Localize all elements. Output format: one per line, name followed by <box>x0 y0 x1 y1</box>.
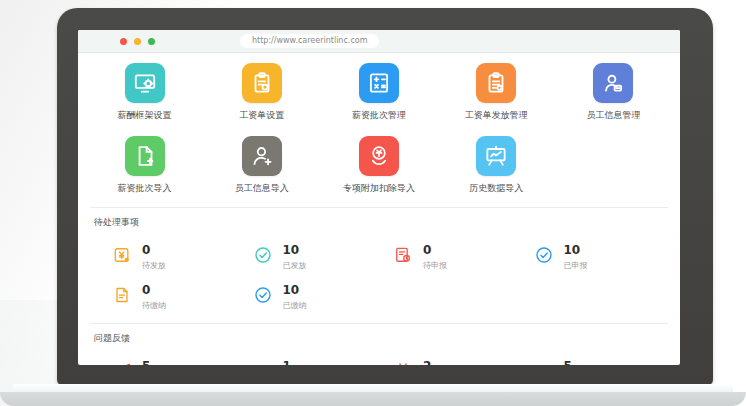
clipboard-list-icon <box>476 63 516 103</box>
close-dot-icon[interactable] <box>120 38 127 45</box>
stat-count: 5 <box>564 360 596 365</box>
check-circle-icon <box>534 245 554 265</box>
stat-paid[interactable]: 10 已缴纳 <box>253 284 394 311</box>
calendar-x-icon <box>393 361 413 365</box>
stat-declared[interactable]: 10 已申报 <box>534 244 675 271</box>
app-tile-salary-framework[interactable]: 薪酬框架设置 <box>86 59 203 122</box>
stat-tax-info-needed[interactable]: 1 个税申报待补充信息 <box>253 360 394 365</box>
stat-count: 10 <box>564 244 588 257</box>
app-tile-label: 薪资批次导入 <box>118 182 172 195</box>
people-icon <box>253 361 273 365</box>
document-icon <box>112 285 132 305</box>
person-card-icon <box>593 63 633 103</box>
stat-payment-failed[interactable]: 5 缴纳失败 <box>534 360 675 365</box>
section-divider <box>90 323 668 324</box>
stat-count: 2 <box>423 360 455 365</box>
tax-hand-icon <box>359 136 399 176</box>
app-tile-label: 薪酬框架设置 <box>118 109 172 122</box>
feedback-stats: 5 薪资发放待补充信息 1 个税申报待补充信息 <box>84 347 674 365</box>
stat-awaiting-payment[interactable]: 0 待缴纳 <box>112 284 253 311</box>
monitor-gear-icon <box>125 63 165 103</box>
browser-window: http://www.careerintlinc.com 薪酬框架设置 <box>78 30 680 365</box>
stat-payout-info-needed[interactable]: 5 薪资发放待补充信息 <box>112 360 253 365</box>
stat-label: 已发放 <box>283 260 307 271</box>
app-tile-employee-import[interactable]: 员工信息导入 <box>203 132 320 195</box>
stat-declaration-failed[interactable]: 2 申报失败 <box>393 360 534 365</box>
document-plus-icon <box>125 136 165 176</box>
minimize-dot-icon[interactable] <box>134 38 141 45</box>
app-tile-payslip-distribution[interactable]: 工资单发放管理 <box>438 59 555 122</box>
yuan-receipt-icon <box>112 245 132 265</box>
app-tile-label: 工资单设置 <box>239 109 284 122</box>
maximize-dot-icon[interactable] <box>148 38 155 45</box>
laptop-base <box>0 392 746 406</box>
app-tile-label: 员工信息导入 <box>235 182 289 195</box>
app-tile-label: 历史数据导入 <box>469 182 523 195</box>
person-plus-icon <box>242 136 282 176</box>
stat-count: 0 <box>142 284 166 297</box>
calculator-icon <box>359 63 399 103</box>
stat-label: 待发放 <box>142 260 166 271</box>
dashboard-content: 薪酬框架设置 工资单设置 <box>78 53 680 365</box>
check-circle-icon <box>253 285 273 305</box>
app-tile-label: 员工信息管理 <box>586 109 640 122</box>
app-tile-tax-deduction-import[interactable]: 专项附加扣除导入 <box>320 132 437 195</box>
stat-count: 10 <box>283 244 307 257</box>
feedback-section-title: 问题反馈 <box>94 332 674 345</box>
app-tile-label: 专项附加扣除导入 <box>343 182 415 195</box>
stat-label: 待缴纳 <box>142 300 166 311</box>
pending-section-title: 待处理事项 <box>94 216 674 229</box>
stat-count: 0 <box>423 244 447 257</box>
paper-plane-icon <box>112 361 132 365</box>
clipboard-gear-icon <box>242 63 282 103</box>
stat-paid-out[interactable]: 10 已发放 <box>253 244 394 271</box>
document-clock-icon <box>393 245 413 265</box>
chart-board-icon <box>476 136 516 176</box>
app-grid: 薪酬框架设置 工资单设置 <box>86 59 672 195</box>
address-bar[interactable]: http://www.careerintlinc.com <box>240 34 379 48</box>
stat-label: 待申报 <box>423 260 447 271</box>
app-tile-batch-import[interactable]: 薪资批次导入 <box>86 132 203 195</box>
check-circle-icon <box>253 245 273 265</box>
stat-label: 已缴纳 <box>283 300 307 311</box>
app-tile-label: 工资单发放管理 <box>465 109 528 122</box>
laptop-frame: http://www.careerintlinc.com 薪酬框架设置 <box>57 8 713 385</box>
stat-count: 0 <box>142 244 166 257</box>
app-tile-employee-info[interactable]: 员工信息管理 <box>555 59 672 122</box>
app-tile-batch-management[interactable]: 薪资批次管理 <box>320 59 437 122</box>
app-tile-history-import[interactable]: 历史数据导入 <box>438 132 555 195</box>
app-tile-label: 薪资批次管理 <box>352 109 406 122</box>
stat-label: 已申报 <box>564 260 588 271</box>
stat-awaiting-declaration[interactable]: 0 待申报 <box>393 244 534 271</box>
stat-awaiting-payout[interactable]: 0 待发放 <box>112 244 253 271</box>
browser-titlebar: http://www.careerintlinc.com <box>78 30 680 53</box>
stat-count: 5 <box>142 360 214 365</box>
stat-count: 10 <box>283 284 307 297</box>
stat-count: 1 <box>283 360 355 365</box>
pending-stats: 0 待发放 10 已发放 <box>84 231 674 311</box>
wallet-icon <box>534 361 554 365</box>
app-tile-payslip-settings[interactable]: 工资单设置 <box>203 59 320 122</box>
section-divider <box>90 207 668 208</box>
